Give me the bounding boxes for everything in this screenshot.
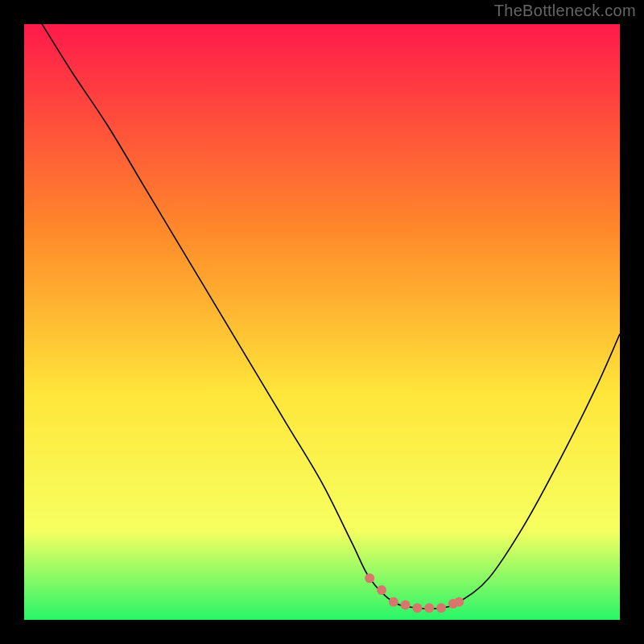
- sweet-spot-dot: [454, 597, 464, 607]
- sweet-spot-dot: [377, 585, 386, 595]
- sweet-spot-dot: [389, 597, 398, 607]
- sweet-spot-dot: [365, 573, 374, 583]
- sweet-spot-dot: [424, 603, 434, 613]
- watermark-label: TheBottleneck.com: [494, 2, 636, 20]
- sweet-spot-dot: [401, 601, 411, 610]
- chart-frame: TheBottleneck.com: [0, 0, 644, 644]
- plot-area: [24, 24, 620, 620]
- sweet-spot-dot: [412, 603, 422, 613]
- chart-svg: [24, 24, 620, 620]
- sweet-spot-dot: [436, 603, 446, 613]
- gradient-background: [24, 24, 620, 620]
